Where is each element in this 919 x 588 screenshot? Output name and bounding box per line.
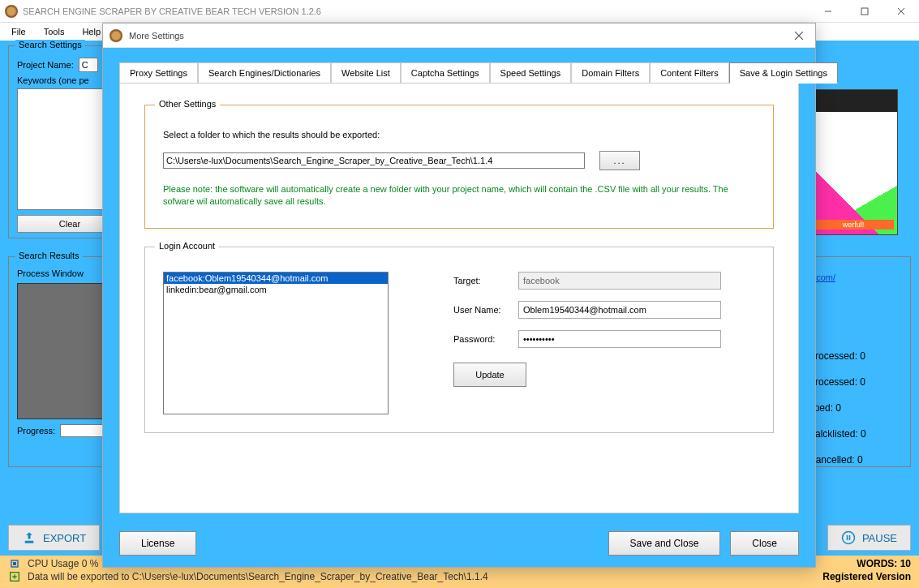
search-results-legend: Search Results <box>15 251 83 260</box>
bear-icon <box>110 29 122 42</box>
export-folder-input[interactable] <box>163 152 585 169</box>
password-label: Password: <box>453 334 510 344</box>
username-input[interactable] <box>518 301 721 319</box>
tab-domain[interactable]: Domain Filters <box>571 62 650 84</box>
project-name-input[interactable] <box>79 58 98 72</box>
dialog-close-button[interactable] <box>783 24 815 48</box>
close-button[interactable] <box>882 0 919 23</box>
words-count: WORDS: 10 <box>857 558 911 569</box>
tab-save-login[interactable]: Save & Login Settings <box>729 62 838 84</box>
dialog-titlebar: More Settings <box>103 24 815 48</box>
tab-engines[interactable]: Search Engines/Dictionaries <box>198 62 331 84</box>
svg-point-4 <box>842 532 854 544</box>
keywords-label: Keywords (one pe <box>17 75 89 85</box>
pause-icon <box>841 530 856 545</box>
tab-captcha[interactable]: Captcha Settings <box>401 62 490 84</box>
window-title: SEARCH ENGINE SCRAPER BY CREATIVE BEAR T… <box>23 6 321 16</box>
target-label: Target: <box>453 276 510 285</box>
tab-content[interactable]: Content Filters <box>650 62 729 84</box>
stat-cancelled: Cancelled: 0 <box>809 454 906 466</box>
tab-proxy[interactable]: Proxy Settings <box>119 62 198 84</box>
dialog-footer: License Save and Close Close <box>119 531 799 556</box>
more-settings-dialog: More Settings Proxy Settings Search Engi… <box>102 23 816 568</box>
tab-website[interactable]: Website List <box>331 62 401 84</box>
svg-rect-8 <box>13 562 16 565</box>
minimize-button[interactable] <box>809 0 846 23</box>
stat-processed-2: Processed: 0 <box>809 376 906 388</box>
cpu-usage: CPU Usage 0 % <box>28 558 98 569</box>
main-window-titlebar: SEARCH ENGINE SCRAPER BY CREATIVE BEAR T… <box>0 0 919 23</box>
maximize-button[interactable] <box>846 0 882 23</box>
upload-icon <box>22 530 37 545</box>
pause-button[interactable]: PAUSE <box>827 525 911 551</box>
export-button[interactable]: EXPORT <box>8 525 100 551</box>
stat-blacklisted: Balcklisted: 0 <box>809 428 906 440</box>
export-icon <box>8 570 21 583</box>
target-input <box>518 272 721 290</box>
search-settings-legend: Search Settings <box>15 40 85 49</box>
tab-speed[interactable]: Speed Settings <box>490 62 572 84</box>
svg-rect-1 <box>861 8 868 15</box>
browse-button[interactable]: ... <box>599 151 640 170</box>
account-list[interactable]: facebook:Oblem19540344@hotmail.com linke… <box>163 272 389 414</box>
close-icon <box>794 31 804 41</box>
export-label: EXPORT <box>43 532 86 544</box>
save-close-button[interactable]: Save and Close <box>608 531 721 556</box>
bear-icon <box>5 5 18 18</box>
stats-header: s <box>809 326 906 336</box>
progress-label: Progress: <box>17 426 55 436</box>
promo-image: werful! <box>809 89 898 235</box>
menu-tools[interactable]: Tools <box>41 25 68 38</box>
pause-label: PAUSE <box>862 532 897 544</box>
stat-scraped: aped: 0 <box>809 402 906 414</box>
other-settings-fieldset: Other Settings Select a folder to which … <box>144 105 774 229</box>
login-account-legend: Login Account <box>155 241 219 251</box>
website-link[interactable]: h.com/ <box>809 273 906 282</box>
close-button[interactable]: Close <box>730 531 799 556</box>
svg-rect-5 <box>847 535 848 540</box>
stat-processed-1: Processed: 0 <box>809 350 906 362</box>
export-note: Please note: the software will automatic… <box>163 183 755 208</box>
license-button[interactable]: License <box>119 531 196 556</box>
dialog-title: More Settings <box>129 31 184 41</box>
svg-rect-6 <box>849 535 851 540</box>
account-item-facebook[interactable]: facebook:Oblem19540344@hotmail.com <box>164 273 388 284</box>
username-label: User Name: <box>453 305 510 315</box>
login-account-fieldset: Login Account facebook:Oblem19540344@hot… <box>144 247 774 433</box>
export-path: Data will be exported to C:\Users\e-lux\… <box>28 571 488 582</box>
export-folder-label: Select a folder to which the results sho… <box>163 130 755 139</box>
password-input[interactable] <box>518 330 721 348</box>
registered-label: Registered Version <box>822 571 911 582</box>
other-settings-legend: Other Settings <box>155 99 220 109</box>
save-login-pane: Other Settings Select a folder to which … <box>119 84 799 513</box>
settings-tabs: Proxy Settings Search Engines/Dictionari… <box>119 62 799 84</box>
project-name-label: Project Name: <box>17 60 74 70</box>
update-button[interactable]: Update <box>453 363 526 387</box>
menu-help[interactable]: Help <box>79 25 104 38</box>
cpu-icon <box>8 557 21 570</box>
promo-banner: werful! <box>813 220 894 230</box>
account-item-linkedin[interactable]: linkedin:bear@gmail.com <box>164 284 388 295</box>
menu-file[interactable]: File <box>8 25 29 38</box>
